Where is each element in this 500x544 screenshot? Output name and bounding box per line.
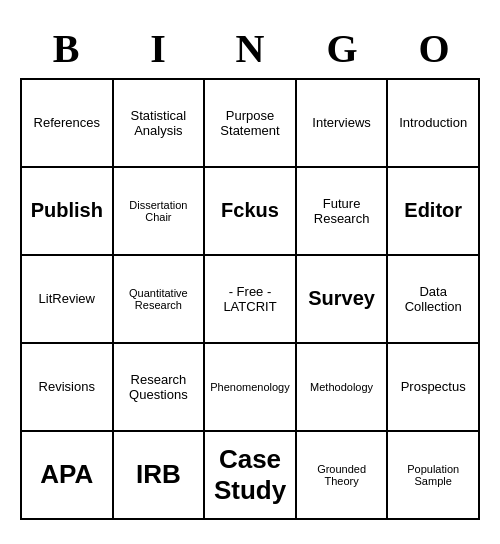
- bingo-letter: B: [22, 25, 110, 72]
- bingo-cell: IRB: [114, 432, 206, 520]
- bingo-cell: Grounded Theory: [297, 432, 389, 520]
- bingo-letter: N: [206, 25, 294, 72]
- bingo-cell: Population Sample: [388, 432, 480, 520]
- bingo-cell: Editor: [388, 168, 480, 256]
- bingo-cell: Fckus: [205, 168, 297, 256]
- bingo-cell: Phenomenology: [205, 344, 297, 432]
- bingo-letter: O: [390, 25, 478, 72]
- bingo-grid: ReferencesStatistical AnalysisPurpose St…: [20, 78, 480, 520]
- bingo-cell: Prospectus: [388, 344, 480, 432]
- bingo-cell: Statistical Analysis: [114, 80, 206, 168]
- bingo-cell: Introduction: [388, 80, 480, 168]
- bingo-cell: Publish: [22, 168, 114, 256]
- bingo-letter: G: [298, 25, 386, 72]
- bingo-cell: Future Research: [297, 168, 389, 256]
- bingo-card: BINGO ReferencesStatistical AnalysisPurp…: [10, 15, 490, 530]
- bingo-cell: Case Study: [205, 432, 297, 520]
- bingo-cell: Research Questions: [114, 344, 206, 432]
- bingo-cell: APA: [22, 432, 114, 520]
- bingo-cell: Quantitative Research: [114, 256, 206, 344]
- bingo-cell: Survey: [297, 256, 389, 344]
- bingo-letter: I: [114, 25, 202, 72]
- bingo-cell: References: [22, 80, 114, 168]
- bingo-cell: Purpose Statement: [205, 80, 297, 168]
- bingo-cell: Data Collection: [388, 256, 480, 344]
- bingo-cell: Interviews: [297, 80, 389, 168]
- bingo-title: BINGO: [20, 25, 480, 72]
- bingo-cell: Methodology: [297, 344, 389, 432]
- bingo-cell: Revisions: [22, 344, 114, 432]
- bingo-cell: LitReview: [22, 256, 114, 344]
- bingo-cell: - Free - LATCRIT: [205, 256, 297, 344]
- bingo-cell: Dissertation Chair: [114, 168, 206, 256]
